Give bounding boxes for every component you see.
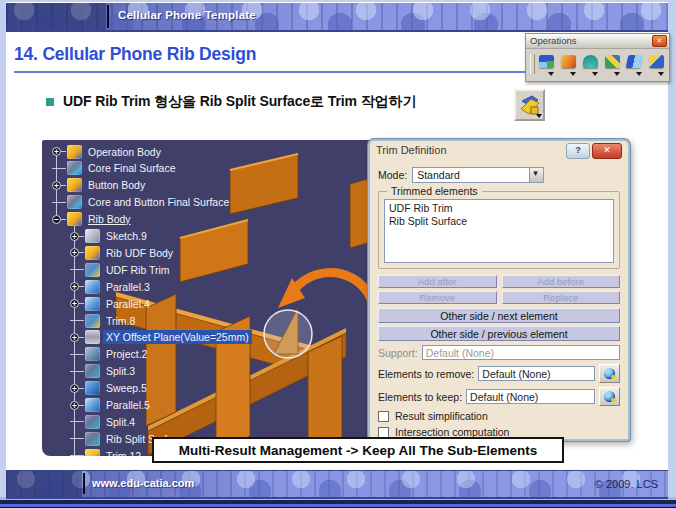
tree-item[interactable]: +Parallel.3	[52, 278, 376, 295]
tree-item[interactable]: +Sketch.9	[52, 228, 376, 245]
result-simplification-checkbox[interactable]	[378, 411, 389, 422]
parallel-icon	[85, 280, 100, 294]
other-side-previous-elementbutton[interactable]: Other side / previous element	[378, 326, 620, 341]
tree-item[interactable]: Core and Button Final Surface	[52, 194, 376, 211]
remove-button[interactable]: Remove	[378, 291, 497, 304]
tree-item[interactable]: +Button Body	[52, 177, 376, 194]
plus-expander-icon[interactable]: +	[52, 181, 61, 190]
plus-expander-icon[interactable]: +	[70, 282, 79, 291]
tree-item[interactable]: +Parallel.4	[52, 295, 376, 312]
dialog-body: Mode: Standard Trimmed elements UDF Rib …	[370, 163, 628, 441]
tree-item-label[interactable]: Trim.12	[103, 449, 144, 456]
extract-button[interactable]	[647, 53, 665, 77]
boundary-icon	[625, 55, 643, 68]
tree-item-label[interactable]: Split.4	[103, 415, 138, 429]
tree-item-label[interactable]: Sweep.5	[103, 381, 150, 395]
elements-to-remove-field[interactable]: Default (None)	[478, 366, 595, 381]
add-before-button[interactable]: Add before	[502, 275, 621, 288]
body-icon	[67, 212, 82, 226]
mode-select[interactable]: Standard	[412, 167, 544, 183]
sketch-icon	[85, 229, 100, 243]
footer-site-link[interactable]: www.edu-catia.com	[92, 477, 194, 489]
healing-button[interactable]	[559, 53, 577, 77]
list-browse-button[interactable]	[599, 364, 620, 383]
plus-expander-icon[interactable]: +	[70, 232, 79, 241]
boundary-button[interactable]	[625, 53, 643, 77]
minus-expander-icon[interactable]: −	[52, 215, 61, 224]
tree-item[interactable]: +Sweep.5	[52, 380, 376, 397]
tree-item[interactable]: Core Final Surface	[52, 160, 376, 177]
tree-connector	[70, 354, 79, 355]
tree-item[interactable]: +Parallel.5	[52, 397, 376, 414]
trimmed-element[interactable]: UDF Rib Trim	[389, 202, 609, 215]
help-icon[interactable]: ?	[566, 143, 590, 159]
tree-item-label[interactable]: Rib Body	[85, 212, 134, 226]
tree-item-label[interactable]: Project.2	[103, 347, 150, 361]
tree-item-label[interactable]: Parallel.3	[103, 280, 153, 294]
intersection-computation-checkbox[interactable]	[378, 427, 389, 438]
tree-item-label[interactable]: Core and Button Final Surface	[85, 195, 232, 209]
elements-to-keep-field[interactable]: Default (None)	[466, 389, 595, 404]
tree-item-label[interactable]: Rib UDF Body	[103, 246, 176, 260]
tree-item[interactable]: Trim.8	[52, 312, 376, 329]
plus-expander-icon[interactable]: +	[52, 147, 61, 156]
trimmed-elements-list[interactable]: UDF Rib TrimRib Split Surface	[384, 199, 614, 263]
field-label: Elements to keep:	[378, 391, 462, 403]
tree-item[interactable]: +Rib UDF Body	[52, 244, 376, 261]
untrim-button[interactable]	[581, 53, 599, 77]
tree-connector	[70, 320, 79, 321]
tree-item-label[interactable]: Parallel.5	[103, 398, 153, 412]
tree-item-label[interactable]: Split.3	[103, 364, 138, 378]
dialog-title-bar[interactable]: Trim Definition ? ✕	[370, 141, 628, 163]
chevron-down-icon[interactable]	[529, 168, 543, 182]
plus-expander-icon[interactable]: +	[70, 299, 79, 308]
tree-item[interactable]: Project.2	[52, 346, 376, 363]
plus-expander-icon[interactable]: +	[70, 384, 79, 393]
3d-viewport[interactable]: +Operation BodyCore Final Surface+Button…	[42, 140, 378, 456]
replace-button[interactable]: Replace	[502, 291, 621, 304]
tree-item-label[interactable]: Sketch.9	[103, 229, 150, 243]
tree-item-label[interactable]: Parallel.4	[103, 297, 153, 311]
tree-connector	[79, 421, 84, 422]
disassemble-button[interactable]	[603, 53, 621, 77]
trimmed-elements-label: Trimmed elements	[387, 185, 482, 197]
field-label: Elements to remove:	[378, 368, 474, 380]
untrim-icon	[583, 55, 598, 68]
body-icon	[85, 246, 100, 260]
tree-item-label[interactable]: Button Body	[85, 178, 148, 192]
trim-tool-button[interactable]	[514, 89, 545, 121]
tree-item-label[interactable]: UDF Rib Trim	[103, 263, 173, 277]
tree-connector	[61, 151, 66, 152]
tree-connector	[70, 455, 79, 456]
tree-item-label[interactable]: XY Offset Plane(Value=25mm)	[103, 330, 252, 344]
operations-palette: Operations ✕	[525, 33, 670, 82]
tree-item[interactable]: Split.4	[52, 413, 376, 430]
plus-expander-icon[interactable]: +	[70, 248, 79, 257]
tree-connector	[61, 202, 66, 203]
list-browse-button[interactable]	[599, 387, 620, 406]
tree-item-label[interactable]: Trim.8	[103, 314, 138, 328]
support-field[interactable]: Default (None)	[422, 345, 620, 360]
bullet-line: UDF Rib Trim 형상을 Rib Split Surface로 Trim…	[46, 93, 416, 111]
tree-connector	[70, 269, 79, 270]
body-icon	[67, 145, 82, 159]
tree-item[interactable]: −Rib Body	[52, 211, 376, 228]
tree-item[interactable]: UDF Rib Trim	[52, 261, 376, 278]
plus-expander-icon[interactable]: +	[70, 401, 79, 410]
palette-title-bar[interactable]: Operations ✕	[526, 34, 669, 49]
other-side-next-elementbutton[interactable]: Other side / next element	[378, 308, 620, 323]
plus-expander-icon[interactable]: +	[70, 333, 79, 342]
tree-connector	[61, 185, 66, 186]
palette-close-button[interactable]: ✕	[652, 35, 667, 47]
tree-item-label[interactable]: Operation Body	[85, 145, 164, 159]
tree-item-label[interactable]: Core Final Surface	[85, 161, 179, 175]
join-button[interactable]	[537, 53, 555, 77]
tree-item[interactable]: Split.3	[52, 363, 376, 380]
tree-item[interactable]: +XY Offset Plane(Value=25mm)	[52, 329, 376, 346]
close-icon[interactable]: ✕	[592, 143, 622, 159]
add-after-button[interactable]: Add after	[378, 275, 497, 288]
tree-item[interactable]: +Operation Body	[52, 143, 376, 160]
trimmed-element[interactable]: Rib Split Surface	[389, 215, 609, 228]
banner-decoration	[6, 3, 106, 30]
tree-connector	[79, 438, 84, 439]
